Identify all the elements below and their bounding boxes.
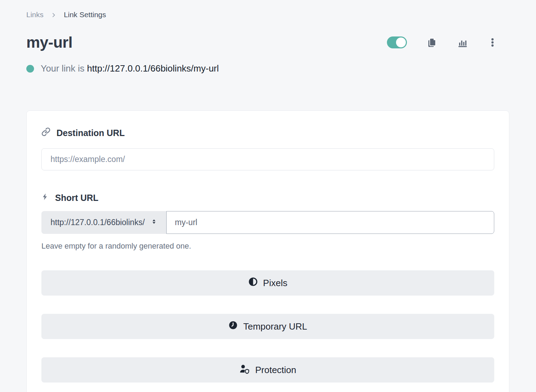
status-prefix: Your link is <box>41 63 85 74</box>
link-enabled-toggle[interactable] <box>387 36 407 48</box>
copy-icon <box>427 37 437 48</box>
destination-url-section: Destination URL <box>41 127 494 170</box>
link-settings-card: Destination URL Short URL http://127.0.0… <box>26 110 509 392</box>
toggle-knob <box>396 38 406 47</box>
breadcrumb-links[interactable]: Links <box>26 11 43 19</box>
page-title: my-url <box>26 34 72 51</box>
link-settings-page: Links Link Settings my-url <box>0 0 536 392</box>
pixels-button[interactable]: Pixels <box>41 270 494 296</box>
statistics-button[interactable] <box>457 37 468 48</box>
domain-select-value: http://127.0.0.1/66biolinks/ <box>51 218 145 227</box>
contrast-icon <box>248 277 258 289</box>
destination-url-label: Destination URL <box>41 127 494 138</box>
copy-link-button[interactable] <box>427 37 437 48</box>
temporary-url-button-label: Temporary URL <box>243 321 307 332</box>
bar-chart-icon <box>457 37 468 48</box>
domain-select[interactable]: http://127.0.0.1/66biolinks/ <box>41 211 166 234</box>
short-link-url[interactable]: http://127.0.0.1/66biolinks/my-url <box>87 63 219 74</box>
short-url-help-text: Leave empty for a randomly generated one… <box>41 242 494 251</box>
protection-button-label: Protection <box>255 365 296 376</box>
short-url-label-text: Short URL <box>55 193 99 203</box>
short-url-input-group: http://127.0.0.1/66biolinks/ <box>41 211 494 234</box>
user-shield-icon <box>239 364 250 376</box>
short-url-label: Short URL <box>41 192 494 203</box>
status-dot <box>26 65 34 73</box>
link-status-text: Your link is http://127.0.0.1/66biolinks… <box>41 63 219 74</box>
page-header: my-url <box>26 34 509 51</box>
up-down-arrows-icon <box>150 218 158 228</box>
header-toolbar <box>387 36 509 48</box>
short-url-input[interactable] <box>166 211 494 234</box>
protection-button[interactable]: Protection <box>41 357 494 383</box>
destination-url-label-text: Destination URL <box>56 128 125 138</box>
pixels-button-label: Pixels <box>263 278 287 289</box>
chevron-right-icon <box>51 12 57 18</box>
more-options-button[interactable] <box>488 38 497 47</box>
breadcrumb: Links Link Settings <box>26 11 509 19</box>
breadcrumb-current: Link Settings <box>64 11 106 19</box>
lightning-bolt-icon <box>41 192 49 203</box>
link-status-row: Your link is http://127.0.0.1/66biolinks… <box>26 63 509 74</box>
clock-icon <box>228 320 238 332</box>
destination-url-input[interactable] <box>41 148 494 170</box>
kebab-menu-icon <box>488 38 497 47</box>
temporary-url-button[interactable]: Temporary URL <box>41 314 494 339</box>
link-icon <box>41 127 51 138</box>
short-url-section: Short URL http://127.0.0.1/66biolinks/ L… <box>41 192 494 251</box>
